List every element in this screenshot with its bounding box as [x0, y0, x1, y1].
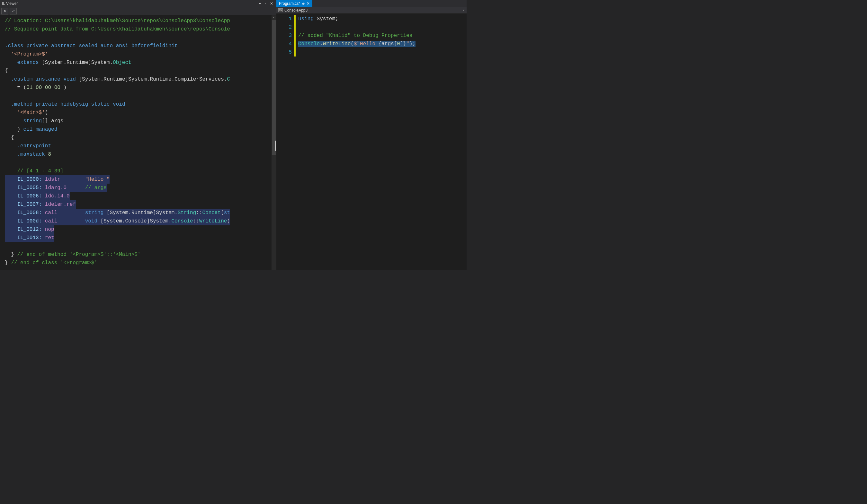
il-code-area[interactable]: // Location: C:\Users\khalidabuhakmeh\So… [0, 15, 276, 270]
code-line: .entrypoint [5, 142, 276, 150]
code-line: string[] args [5, 117, 276, 125]
breadcrumb-dropdown-icon[interactable]: ▾ [463, 9, 465, 12]
code-line: IL_0012: nop [5, 225, 276, 234]
code-line: IL_0006: ldc.i4.0 [5, 192, 276, 200]
code-line: .class private abstract sealed auto ansi… [5, 42, 276, 50]
line-number: 2 [276, 23, 292, 32]
il-viewer-toolbar: ⇅ ⤢ [0, 7, 276, 15]
cs-code-area[interactable]: 12345 using System; // added "Khalid" to… [276, 13, 467, 270]
code-line: IL_0000: ldstr "Hello " [5, 175, 276, 184]
code-line: // Location: C:\Users\khalidabuhakmeh\So… [5, 17, 276, 25]
scrollbar-thumb[interactable] [272, 20, 276, 155]
code-line: IL_0005: ldarg.0 // args [5, 184, 276, 192]
code-line [298, 48, 467, 56]
code-line: IL_0008: call string [System.Runtime]Sys… [5, 209, 276, 217]
tab-label: Program.cs* [279, 1, 300, 6]
tab-pin-icon[interactable]: ⊕ [302, 2, 304, 6]
toolbar-btn-2[interactable]: ⤢ [10, 8, 17, 14]
code-line: } // end of class '<Program>$' [5, 259, 276, 267]
line-number: 5 [276, 48, 292, 56]
csharp-file-icon: C# [278, 8, 283, 12]
code-line: IL_000d: call void [System.Console]Syste… [5, 217, 276, 225]
pin-icon[interactable]: ▫ [264, 1, 267, 6]
code-line: ) cil managed [5, 125, 276, 133]
code-line: '<Main>$'( [5, 109, 276, 117]
code-line: { [5, 133, 276, 142]
code-line: { [5, 67, 276, 75]
il-viewer-panel: IL Viewer ▾ ▫ ✕ ⇅ ⤢ // Location: C:\User… [0, 0, 276, 270]
line-number: 1 [276, 15, 292, 23]
code-line: IL_0013: ret [5, 234, 276, 242]
scroll-up-icon[interactable]: ▲ [271, 15, 276, 20]
code-line: extends [System.Runtime]System.Object [5, 58, 276, 67]
code-line: '<Program>$' [5, 50, 276, 58]
code-line [298, 23, 467, 32]
breadcrumb-bar[interactable]: C# ConsoleApp3 ▾ [276, 7, 467, 13]
code-line: .maxstack 8 [5, 150, 276, 158]
breadcrumb-label: ConsoleApp3 [285, 8, 308, 12]
toolbar-btn-1[interactable]: ⇅ [1, 8, 8, 14]
code-line: // [4 1 - 4 39] [5, 167, 276, 175]
line-number: 4 [276, 40, 292, 48]
line-number-gutter: 12345 [276, 13, 295, 270]
code-line: .custom instance void [System.Runtime]Sy… [5, 75, 276, 84]
code-line: Console.WriteLine($"Hello {args[0]}"); [298, 40, 467, 48]
il-viewer-title: IL Viewer [2, 1, 18, 6]
code-line: } // end of method '<Program>$'::'<Main>… [5, 250, 276, 259]
code-line [5, 158, 276, 167]
code-line: = (01 00 00 00 ) [5, 84, 276, 92]
code-line: .method private hidebysig static void [5, 100, 276, 109]
editor-tab-program[interactable]: Program.cs* ⊕ ✕ [276, 0, 312, 7]
modification-indicator [294, 15, 296, 56]
code-line [5, 242, 276, 250]
tab-close-icon[interactable]: ✕ [307, 1, 310, 6]
dropdown-icon[interactable]: ▾ [258, 1, 262, 6]
close-icon[interactable]: ✕ [269, 1, 274, 6]
code-line: using System; [298, 15, 467, 23]
editor-tab-bar: Program.cs* ⊕ ✕ [276, 0, 467, 7]
editor-panel: Program.cs* ⊕ ✕ C# ConsoleApp3 ▾ 12345 u… [276, 0, 467, 270]
code-line [5, 33, 276, 42]
code-line: IL_0007: ldelem.ref [5, 200, 276, 209]
code-line [5, 92, 276, 100]
line-number: 3 [276, 32, 292, 40]
il-viewer-titlebar: IL Viewer ▾ ▫ ✕ [0, 0, 276, 7]
splitter-handle[interactable] [275, 141, 276, 151]
il-viewer-window-controls: ▾ ▫ ✕ [258, 1, 274, 6]
code-line: // Sequence point data from C:\Users\kha… [5, 25, 276, 33]
code-line: // added "Khalid" to Debug Properties [298, 32, 467, 40]
